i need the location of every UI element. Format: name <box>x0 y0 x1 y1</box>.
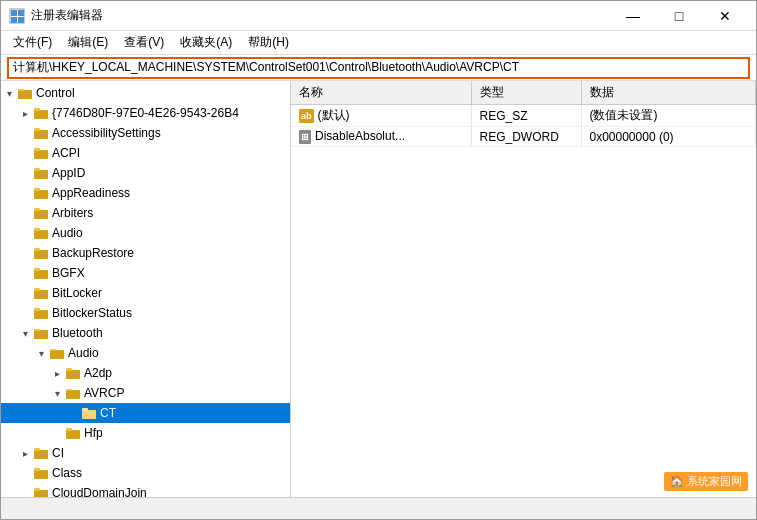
svg-rect-1 <box>11 10 17 16</box>
tree-item-audio[interactable]: ▸ Audio <box>1 223 290 243</box>
address-input[interactable] <box>7 57 750 79</box>
svg-rect-2 <box>18 10 24 16</box>
minimize-button[interactable]: — <box>610 1 656 31</box>
menu-view[interactable]: 查看(V) <box>116 32 172 54</box>
svg-rect-28 <box>34 310 48 319</box>
svg-rect-32 <box>34 331 48 339</box>
svg-rect-11 <box>34 128 40 131</box>
folder-icon-bitlocker <box>33 285 49 301</box>
folder-icon-accessibilitysettings <box>33 125 49 141</box>
reg-type: REG_SZ <box>471 105 581 127</box>
col-data[interactable]: 数据 <box>581 81 756 105</box>
expand-arrow-control: ▾ <box>1 83 17 103</box>
tree-item-accessibilitysettings[interactable]: ▸ AccessibilitySettings <box>1 123 290 143</box>
window-title: 注册表编辑器 <box>31 7 103 24</box>
tree-item-audio2[interactable]: ▾ Audio <box>1 343 290 363</box>
folder-icon-backuprestore <box>33 245 49 261</box>
table-row[interactable]: ⊞DisableAbsolut...REG_DWORD0x00000000 (0… <box>291 127 756 147</box>
tree-label-bluetooth: Bluetooth <box>52 326 103 340</box>
tree-item-backuprestore[interactable]: ▸ BackupRestore <box>1 243 290 263</box>
tree-item-class[interactable]: ▸ Class <box>1 463 290 483</box>
reg-name: ⊞DisableAbsolut... <box>291 127 471 147</box>
status-bar <box>1 497 756 519</box>
svg-rect-21 <box>34 228 40 231</box>
svg-rect-4 <box>18 17 24 23</box>
tree-label-audio2: Audio <box>68 346 99 360</box>
svg-rect-37 <box>66 368 72 371</box>
tree-item-avrcp[interactable]: ▾ AVRCP <box>1 383 290 403</box>
col-name[interactable]: 名称 <box>291 81 471 105</box>
reg-data: 0x00000000 (0) <box>581 127 756 147</box>
right-panel: 名称 类型 数据 ab(默认)REG_SZ(数值未设置)⊞DisableAbso… <box>291 81 756 497</box>
folder-icon-control <box>17 85 33 101</box>
tree-item-bluetooth[interactable]: ▾ Bluetooth <box>1 323 290 343</box>
tree-label-bitlockerstatus: BitlockerStatus <box>52 306 132 320</box>
svg-rect-8 <box>34 110 48 119</box>
svg-rect-44 <box>66 428 72 431</box>
right-scroll[interactable]: 名称 类型 数据 ab(默认)REG_SZ(数值未设置)⊞DisableAbso… <box>291 81 756 497</box>
close-button[interactable]: ✕ <box>702 1 748 31</box>
svg-rect-15 <box>34 168 40 171</box>
svg-rect-10 <box>34 130 48 139</box>
tree-label-control: Control <box>36 86 75 100</box>
tree-item-ci[interactable]: ▸ CI <box>1 443 290 463</box>
window-controls: — □ ✕ <box>610 1 748 31</box>
svg-rect-12 <box>34 150 48 159</box>
folder-icon-audio <box>33 225 49 241</box>
tree-label-class: Class <box>52 466 82 480</box>
folder-icon-hfp <box>65 425 81 441</box>
folder-icon-clouddomainjoin <box>33 485 49 497</box>
binary-icon: ⊞ <box>299 130 311 144</box>
svg-rect-42 <box>82 408 88 411</box>
tree-label-audio: Audio <box>52 226 83 240</box>
expand-arrow-a2dp: ▸ <box>49 363 65 383</box>
address-bar <box>1 55 756 81</box>
tree-item-hfp[interactable]: ▸ Hfp <box>1 423 290 443</box>
tree-label-hfp: Hfp <box>84 426 103 440</box>
svg-rect-22 <box>34 250 48 259</box>
reg-name: ab(默认) <box>291 105 471 127</box>
title-bar-left: 注册表编辑器 <box>9 7 103 24</box>
menu-file[interactable]: 文件(F) <box>5 32 60 54</box>
tree-item-bgfx[interactable]: ▸ BGFX <box>1 263 290 283</box>
svg-rect-25 <box>34 268 40 271</box>
tree-item-clouddomainjoin[interactable]: ▸ CloudDomainJoin <box>1 483 290 497</box>
tree-item-ct[interactable]: ▸ CT <box>1 403 290 423</box>
tree-item-a2dp[interactable]: ▸ A2dp <box>1 363 290 383</box>
svg-rect-18 <box>34 210 48 219</box>
tree-item-appid[interactable]: ▸ AppID <box>1 163 290 183</box>
expand-arrow-guid: ▸ <box>17 103 33 123</box>
menu-favorites[interactable]: 收藏夹(A) <box>172 32 240 54</box>
svg-rect-46 <box>34 448 40 451</box>
tree-label-bitlocker: BitLocker <box>52 286 102 300</box>
svg-rect-40 <box>66 391 80 399</box>
tree-item-appreadiness[interactable]: ▸ AppReadiness <box>1 183 290 203</box>
expand-arrow-avrcp: ▾ <box>49 383 65 403</box>
tree-label-guid: {7746D80F-97E0-4E26-9543-26B4 <box>52 106 239 120</box>
tree-item-guid[interactable]: ▸ {7746D80F-97E0-4E26-9543-26B4 <box>1 103 290 123</box>
reg-type: REG_DWORD <box>471 127 581 147</box>
menu-help[interactable]: 帮助(H) <box>240 32 297 54</box>
tree-label-accessibilitysettings: AccessibilitySettings <box>52 126 161 140</box>
tree-item-control[interactable]: ▾ Control <box>1 83 290 103</box>
svg-rect-26 <box>34 290 48 299</box>
tree-item-arbiters[interactable]: ▸ Arbiters <box>1 203 290 223</box>
folder-icon-acpi <box>33 145 49 161</box>
folder-icon-ct <box>81 405 97 421</box>
window-icon <box>9 8 25 24</box>
tree-item-bitlocker[interactable]: ▸ BitLocker <box>1 283 290 303</box>
svg-rect-14 <box>34 170 48 179</box>
tree-label-acpi: ACPI <box>52 146 80 160</box>
ab-icon: ab <box>299 109 314 123</box>
table-row[interactable]: ab(默认)REG_SZ(数值未设置) <box>291 105 756 127</box>
tree-label-ci: CI <box>52 446 64 460</box>
maximize-button[interactable]: □ <box>656 1 702 31</box>
registry-values-table: 名称 类型 数据 ab(默认)REG_SZ(数值未设置)⊞DisableAbso… <box>291 81 756 147</box>
folder-icon-appreadiness <box>33 185 49 201</box>
tree-item-bitlockerstatus[interactable]: ▸ BitlockerStatus <box>1 303 290 323</box>
col-type[interactable]: 类型 <box>471 81 581 105</box>
menu-bar: 文件(F) 编辑(E) 查看(V) 收藏夹(A) 帮助(H) <box>1 31 756 55</box>
folder-icon-bitlockerstatus <box>33 305 49 321</box>
tree-item-acpi[interactable]: ▸ ACPI <box>1 143 290 163</box>
menu-edit[interactable]: 编辑(E) <box>60 32 116 54</box>
